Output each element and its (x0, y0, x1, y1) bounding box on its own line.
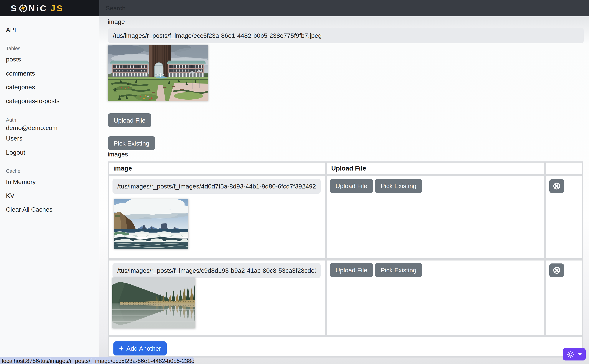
sidebar-item-categories[interactable]: categories (6, 83, 35, 91)
image-path-input[interactable] (108, 28, 584, 43)
sidebar: API Tables posts comments categories cat… (0, 16, 99, 364)
sidebar-item-comments[interactable]: comments (6, 69, 35, 78)
table-row-1-buttons-cell: Upload File Pick Existing (327, 176, 544, 258)
pick-existing-button[interactable]: Pick Existing (108, 136, 155, 150)
sidebar-item-in-memory[interactable]: In Memory (6, 178, 36, 186)
column-header-actions (546, 162, 582, 174)
row-1-remove-button[interactable] (549, 179, 564, 193)
logo-letters-js: JS (50, 4, 64, 13)
table-row-1-image-cell (109, 176, 325, 258)
row-2-remove-button[interactable] (549, 263, 564, 277)
top-navbar: S NiC JS (0, 0, 589, 16)
caret-down-icon (577, 353, 582, 356)
row-2-thumbnail-mountain-lake[interactable] (112, 278, 195, 328)
row-1-pick-existing-button[interactable]: Pick Existing (375, 179, 422, 193)
theme-toggle-button[interactable] (563, 348, 586, 360)
sidebar-item-clear-all-caches[interactable]: Clear All Caches (6, 205, 53, 214)
table-row-1-actions-cell (546, 176, 582, 258)
logo-letters-nic: NiC (28, 4, 47, 13)
column-header-image: image (109, 162, 325, 174)
sun-icon (567, 351, 575, 358)
image-field-label: image (108, 18, 125, 25)
main-content: image (99, 16, 589, 364)
logo-letter-s: S (11, 4, 18, 13)
sonicjs-admin-app: S NiC JS API Tables posts comments categ… (0, 0, 589, 364)
plus-icon (119, 346, 124, 351)
link-preview-statusbar: localhost:8786/tus/images/r_posts/f_imag… (0, 357, 194, 364)
sidebar-item-api[interactable]: API (6, 26, 16, 34)
row-1-path-input[interactable] (113, 179, 321, 194)
row-2-upload-file-button[interactable]: Upload File (330, 263, 373, 277)
lightning-bolt-icon (18, 3, 28, 13)
x-circle-icon (553, 266, 561, 274)
upload-file-button[interactable]: Upload File (108, 113, 151, 127)
table-row-2-actions-cell (546, 260, 582, 335)
table-row-2-buttons-cell: Upload File Pick Existing (327, 260, 544, 335)
sonicjs-logo: S NiC JS (11, 3, 64, 13)
image-thumbnail-building-gardens[interactable] (108, 45, 208, 101)
sidebar-item-logout[interactable]: Logout (6, 148, 25, 157)
sidebar-section-tables: Tables (6, 45, 20, 52)
add-another-label: Add Another (126, 345, 161, 352)
row-1-thumbnail-ocean-cliffs[interactable] (114, 199, 188, 249)
row-1-upload-file-button[interactable]: Upload File (330, 179, 373, 193)
images-field-label: images (108, 151, 128, 158)
sidebar-item-users[interactable]: Users (6, 134, 22, 143)
search-input[interactable] (99, 0, 589, 16)
table-row-2-image-cell (109, 260, 325, 335)
add-another-button[interactable]: Add Another (114, 341, 167, 356)
table-footer-cell: Add Another (109, 337, 582, 356)
sidebar-item-posts[interactable]: posts (6, 55, 21, 64)
sidebar-item-kv[interactable]: KV (6, 191, 14, 200)
sidebar-item-categories-to-posts[interactable]: categories-to-posts (6, 97, 60, 105)
row-2-path-input[interactable] (113, 263, 321, 278)
row-2-pick-existing-button[interactable]: Pick Existing (375, 263, 422, 277)
sidebar-section-cache: Cache (6, 168, 20, 174)
sidebar-section-auth: Auth (6, 117, 16, 123)
images-repeater-table: image Upload File (108, 162, 583, 358)
logo-block[interactable]: S NiC JS (0, 0, 99, 16)
sidebar-item-user-email[interactable]: demo@demo.com (6, 124, 57, 132)
x-circle-icon (553, 182, 561, 190)
column-header-upload-file: Upload File (327, 162, 544, 174)
